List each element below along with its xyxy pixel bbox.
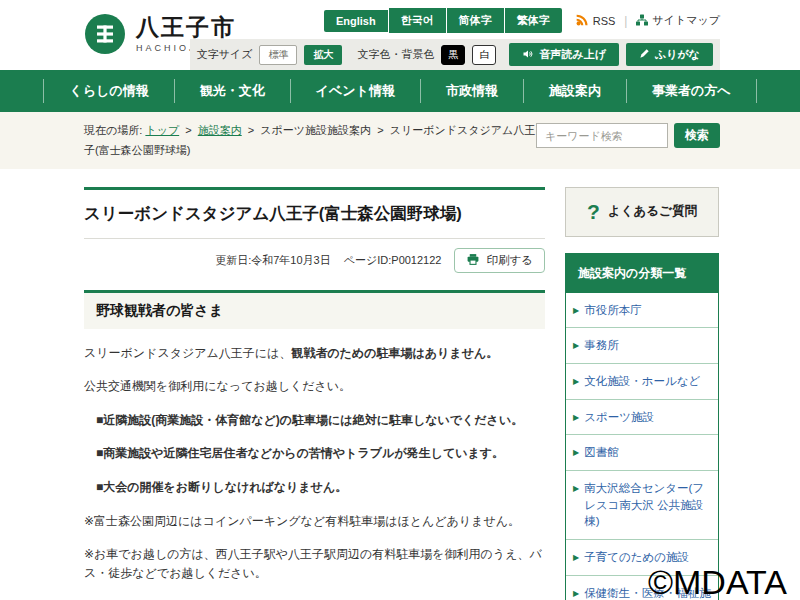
lang-english-button[interactable]: English xyxy=(324,10,389,32)
divider xyxy=(84,238,545,239)
list-item: ▶スポーツ施設 xyxy=(566,399,718,435)
sidebar-link-sports-facilities[interactable]: スポーツ施設 xyxy=(584,409,654,426)
content-area: スリーボンドスタジアム八王子(富士森公園野球場) 更新日:令和7年10月3日 ペ… xyxy=(0,169,800,600)
paragraph-bullet: ■商業施設や近隣住宅居住者などからの苦情やトラブルが発生しています。 xyxy=(96,444,545,463)
list-item: ▶事務所 xyxy=(566,327,718,363)
printer-icon xyxy=(466,253,480,268)
question-mark-icon: ? xyxy=(587,200,600,224)
font-standard-button[interactable]: 標準 xyxy=(259,45,297,65)
sidebar-link-offices[interactable]: 事務所 xyxy=(584,337,619,354)
arrow-right-icon: ▶ xyxy=(573,337,579,352)
nav-item-tourism-culture[interactable]: 観光・文化 xyxy=(174,79,290,103)
font-large-button[interactable]: 拡大 xyxy=(304,45,342,65)
facility-category-list: ▶市役所本庁 ▶事務所 ▶文化施設・ホールなど ▶スポーツ施設 ▶図書館 ▶南大… xyxy=(566,293,718,600)
rss-icon xyxy=(576,13,589,28)
section-heading: 野球観戦者の皆さま xyxy=(84,290,545,329)
lang-simplified-chinese-button[interactable]: 简体字 xyxy=(447,8,505,33)
furigana-label: ふりがな xyxy=(655,47,700,62)
arrow-right-icon: ▶ xyxy=(573,549,579,564)
breadcrumb-sports: スポーツ施設施設案内 xyxy=(260,124,371,136)
faq-link[interactable]: ? よくあるご質問 xyxy=(565,187,719,237)
site-search: 検索 xyxy=(536,121,720,161)
list-item: ▶文化施設・ホールなど xyxy=(566,363,718,399)
nav-item-event-info[interactable]: イベント情報 xyxy=(290,79,420,103)
watermark: ©MDATA xyxy=(648,563,787,600)
facility-category-title: 施設案内の分類一覧 xyxy=(566,254,718,293)
sitemap-link[interactable]: サイトマップ xyxy=(636,13,720,28)
print-button-label: 印刷する xyxy=(486,253,533,268)
lang-korean-button[interactable]: 한국어 xyxy=(389,8,447,33)
header-utilities: English 한국어 简体字 繁体字 RSS | xyxy=(190,8,720,70)
paragraph-bullet: ■近隣施設(商業施設・体育館など)の駐車場には絶対に駐車しないでください。 xyxy=(96,411,545,430)
arrow-right-icon: ▶ xyxy=(573,373,579,388)
rss-label: RSS xyxy=(593,15,616,27)
text-to-speech-label: 音声読み上げ xyxy=(539,47,606,62)
search-input[interactable] xyxy=(536,123,668,148)
paragraph-bullet: ■大会の開催をお断りしなければなりません。 xyxy=(96,478,545,497)
lang-traditional-chinese-button[interactable]: 繁体字 xyxy=(505,8,562,33)
page-id: ページID:P0012122 xyxy=(344,253,442,268)
paragraph: 公共交通機関を御利用になってお越しください。 xyxy=(84,377,545,396)
faq-label: よくあるご質問 xyxy=(608,203,697,220)
search-button[interactable]: 検索 xyxy=(674,123,720,148)
breadcrumb-bar: 現在の場所: トップ > 施設案内 > スポーツ施設施設案内 > スリーボンドス… xyxy=(0,112,800,169)
page-meta: 更新日:令和7年10月3日 ページID:P0012122 印刷する xyxy=(84,248,545,273)
city-emblem-icon xyxy=(84,13,126,55)
sidebar: ? よくあるご質問 施設案内の分類一覧 ▶市役所本庁 ▶事務所 ▶文化施設・ホー… xyxy=(565,187,719,600)
breadcrumb-label: 現在の場所: xyxy=(84,124,142,136)
sidebar-link-minamiosawa-center[interactable]: 南大沢総合センター(フレスコ南大沢 公共施設棟) xyxy=(584,480,711,530)
breadcrumb: 現在の場所: トップ > 施設案内 > スポーツ施設施設案内 > スリーボンドス… xyxy=(84,121,536,161)
print-button[interactable]: 印刷する xyxy=(454,248,545,273)
updated-date: 更新日:令和7年10月3日 xyxy=(215,253,331,268)
color-black-button[interactable]: 黒 xyxy=(441,45,465,65)
language-switcher: English 한국어 简体字 繁体字 RSS | xyxy=(324,8,720,33)
nav-item-city-government[interactable]: 市政情報 xyxy=(420,79,523,103)
sidebar-link-city-hall[interactable]: 市役所本庁 xyxy=(584,302,642,319)
arrow-right-icon: ▶ xyxy=(573,409,579,424)
nav-item-business[interactable]: 事業者の方へ xyxy=(626,79,757,103)
arrow-right-icon: ▶ xyxy=(573,585,579,600)
arrow-right-icon: ▶ xyxy=(573,302,579,317)
breadcrumb-link-top[interactable]: トップ xyxy=(145,124,179,136)
accessibility-toolbar: 文字サイズ 標準 拡大 文字色・背景色 黒 白 音声読み上げ xyxy=(190,39,720,70)
furigana-button[interactable]: ふりがな xyxy=(626,43,713,66)
site-header: 八王子市 HACHIOJI CITY English 한국어 简体字 繁体字 R… xyxy=(0,0,800,70)
sitemap-icon xyxy=(636,14,648,28)
list-item: ▶市役所本庁 xyxy=(566,293,718,328)
breadcrumb-link-facility[interactable]: 施設案内 xyxy=(198,124,242,136)
nav-item-facility-guide[interactable]: 施設案内 xyxy=(523,79,626,103)
paragraph-note: ※お車でお越しの方は、西八王子駅や八王子駅周辺の有料駐車場を御利用のうえ、バス・… xyxy=(84,545,545,582)
nav-item-living-info[interactable]: くらしの情報 xyxy=(43,79,173,103)
pencil-icon xyxy=(639,48,650,61)
list-item: ▶南大沢総合センター(フレスコ南大沢 公共施設棟) xyxy=(566,470,718,539)
font-size-label: 文字サイズ xyxy=(197,47,253,62)
speaker-icon xyxy=(522,48,534,62)
text-to-speech-button[interactable]: 音声読み上げ xyxy=(509,43,619,66)
sidebar-link-culture-halls[interactable]: 文化施設・ホールなど xyxy=(584,373,700,390)
sitemap-label: サイトマップ xyxy=(652,13,720,28)
facility-category-panel: 施設案内の分類一覧 ▶市役所本庁 ▶事務所 ▶文化施設・ホールなど ▶スポーツ施… xyxy=(565,253,719,600)
rss-link[interactable]: RSS xyxy=(576,13,616,28)
arrow-right-icon: ▶ xyxy=(573,444,579,459)
divider: | xyxy=(624,14,627,28)
main-column: スリーボンドスタジアム八王子(富士森公園野球場) 更新日:令和7年10月3日 ペ… xyxy=(84,187,545,600)
color-white-button[interactable]: 白 xyxy=(472,45,496,65)
list-item: ▶図書館 xyxy=(566,434,718,470)
page-title: スリーボンドスタジアム八王子(富士森公園野球場) xyxy=(84,203,545,225)
paragraph-note: ※富士森公園周辺にはコインパーキングなど有料駐車場はほとんどありません。 xyxy=(84,512,545,531)
arrow-right-icon: ▶ xyxy=(573,480,579,495)
sidebar-link-libraries[interactable]: 図書館 xyxy=(584,444,619,461)
color-scheme-label: 文字色・背景色 xyxy=(357,47,434,62)
global-nav: くらしの情報 観光・文化 イベント情報 市政情報 施設案内 事業者の方へ xyxy=(0,70,800,112)
paragraph: スリーボンドスタジアム八王子には、観戦者のための駐車場はありません。 xyxy=(84,344,545,363)
